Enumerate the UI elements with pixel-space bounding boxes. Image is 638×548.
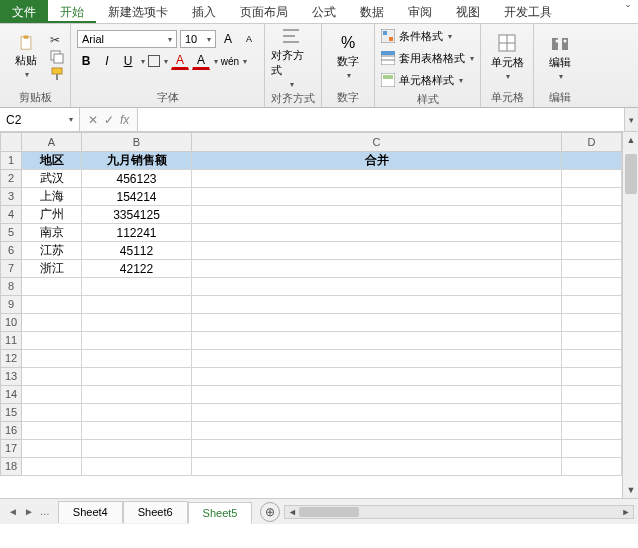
increase-font-icon[interactable]: A — [219, 30, 237, 48]
scroll-down-icon[interactable]: ▼ — [623, 482, 638, 498]
menu-tab-6[interactable]: 审阅 — [396, 0, 444, 23]
cell-C14[interactable] — [192, 386, 562, 404]
cell-C18[interactable] — [192, 458, 562, 476]
cell-C13[interactable] — [192, 368, 562, 386]
row-header-3[interactable]: 3 — [0, 188, 22, 206]
cells-button[interactable]: 单元格▾ — [487, 26, 527, 88]
tab-nav-next-icon[interactable]: ► — [24, 506, 34, 517]
cell-C15[interactable] — [192, 404, 562, 422]
cell-D12[interactable] — [562, 350, 622, 368]
cell-C7[interactable] — [192, 260, 562, 278]
conditional-format-button[interactable]: 条件格式▾ — [381, 26, 474, 46]
menu-tab-1[interactable]: 新建选项卡 — [96, 0, 180, 23]
cell-B1[interactable]: 九月销售额 — [82, 152, 192, 170]
col-header-D[interactable]: D — [562, 132, 622, 152]
cell-D7[interactable] — [562, 260, 622, 278]
cell-D18[interactable] — [562, 458, 622, 476]
col-header-C[interactable]: C — [192, 132, 562, 152]
cell-A6[interactable]: 江苏 — [22, 242, 82, 260]
cell-B10[interactable] — [82, 314, 192, 332]
expand-formula-icon[interactable]: ▾ — [624, 108, 638, 131]
cell-A13[interactable] — [22, 368, 82, 386]
row-header-4[interactable]: 4 — [0, 206, 22, 224]
paste-button[interactable]: 粘贴▾ — [6, 26, 46, 88]
cell-D13[interactable] — [562, 368, 622, 386]
row-header-14[interactable]: 14 — [0, 386, 22, 404]
edit-button[interactable]: 编辑▾ — [540, 26, 580, 88]
font-color-red-button[interactable]: A — [171, 52, 189, 70]
cell-D10[interactable] — [562, 314, 622, 332]
row-header-9[interactable]: 9 — [0, 296, 22, 314]
menu-tab-4[interactable]: 公式 — [300, 0, 348, 23]
cell-D8[interactable] — [562, 278, 622, 296]
underline-button[interactable]: U — [119, 52, 137, 70]
sheet-tab-Sheet6[interactable]: Sheet6 — [123, 501, 188, 523]
cell-B8[interactable] — [82, 278, 192, 296]
bold-button[interactable]: B — [77, 52, 95, 70]
add-sheet-button[interactable]: ⊕ — [260, 502, 280, 522]
tab-nav-more-icon[interactable]: … — [40, 506, 50, 517]
sheet-tab-Sheet4[interactable]: Sheet4 — [58, 501, 123, 523]
cell-B4[interactable]: 3354125 — [82, 206, 192, 224]
cell-A9[interactable] — [22, 296, 82, 314]
cell-C17[interactable] — [192, 440, 562, 458]
cell-B14[interactable] — [82, 386, 192, 404]
cell-C6[interactable] — [192, 242, 562, 260]
cell-A4[interactable]: 广州 — [22, 206, 82, 224]
cell-C11[interactable] — [192, 332, 562, 350]
confirm-icon[interactable]: ✓ — [104, 113, 114, 127]
cancel-icon[interactable]: ✕ — [88, 113, 98, 127]
menu-tab-7[interactable]: 视图 — [444, 0, 492, 23]
file-tab[interactable]: 文件 — [0, 0, 48, 23]
cell-C4[interactable] — [192, 206, 562, 224]
row-header-18[interactable]: 18 — [0, 458, 22, 476]
italic-button[interactable]: I — [98, 52, 116, 70]
cell-B6[interactable]: 45112 — [82, 242, 192, 260]
cell-A3[interactable]: 上海 — [22, 188, 82, 206]
vertical-scrollbar[interactable]: ▲ ▼ — [622, 132, 638, 498]
cell-C8[interactable] — [192, 278, 562, 296]
select-all-corner[interactable] — [0, 132, 22, 152]
horizontal-scrollbar[interactable]: ◄ ► — [284, 505, 634, 519]
cell-D16[interactable] — [562, 422, 622, 440]
cell-A10[interactable] — [22, 314, 82, 332]
copy-icon[interactable] — [50, 50, 64, 64]
font-size-select[interactable]: 10▾ — [180, 30, 216, 48]
cell-C3[interactable] — [192, 188, 562, 206]
vscroll-thumb[interactable] — [625, 154, 637, 194]
cut-icon[interactable]: ✂ — [50, 33, 64, 47]
row-header-6[interactable]: 6 — [0, 242, 22, 260]
row-header-17[interactable]: 17 — [0, 440, 22, 458]
row-header-1[interactable]: 1 — [0, 152, 22, 170]
menu-tab-0[interactable]: 开始 — [48, 0, 96, 23]
row-header-7[interactable]: 7 — [0, 260, 22, 278]
cell-D17[interactable] — [562, 440, 622, 458]
cell-B3[interactable]: 154214 — [82, 188, 192, 206]
formula-input[interactable] — [137, 108, 624, 131]
cell-C10[interactable] — [192, 314, 562, 332]
cell-B11[interactable] — [82, 332, 192, 350]
cell-B12[interactable] — [82, 350, 192, 368]
cell-D1[interactable] — [562, 152, 622, 170]
cell-D9[interactable] — [562, 296, 622, 314]
tab-nav-prev-icon[interactable]: ◄ — [8, 506, 18, 517]
scroll-up-icon[interactable]: ▲ — [623, 132, 638, 148]
sheet-tab-Sheet5[interactable]: Sheet5 — [188, 502, 253, 524]
cell-A7[interactable]: 浙江 — [22, 260, 82, 278]
hscroll-thumb[interactable] — [299, 507, 359, 517]
cell-D14[interactable] — [562, 386, 622, 404]
cell-B18[interactable] — [82, 458, 192, 476]
cell-D15[interactable] — [562, 404, 622, 422]
align-button[interactable]: 对齐方式▾ — [271, 26, 311, 89]
row-header-16[interactable]: 16 — [0, 422, 22, 440]
table-format-button[interactable]: 套用表格格式▾ — [381, 48, 474, 68]
cell-A18[interactable] — [22, 458, 82, 476]
cell-D2[interactable] — [562, 170, 622, 188]
font-name-select[interactable]: Arial▾ — [77, 30, 177, 48]
row-header-12[interactable]: 12 — [0, 350, 22, 368]
cell-C5[interactable] — [192, 224, 562, 242]
cell-C16[interactable] — [192, 422, 562, 440]
cell-A2[interactable]: 武汉 — [22, 170, 82, 188]
menu-tab-5[interactable]: 数据 — [348, 0, 396, 23]
number-format-button[interactable]: % 数字▾ — [328, 26, 368, 88]
